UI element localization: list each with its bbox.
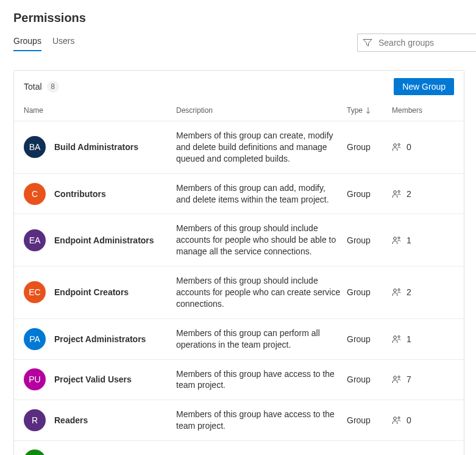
- members-count: 0: [407, 142, 411, 152]
- table-row[interactable]: C Contributors Members of this group can…: [14, 174, 464, 215]
- group-description: Members of this group can create, modify…: [176, 130, 347, 165]
- svg-point-8: [394, 335, 397, 339]
- group-description: Members of this group can perform all op…: [176, 328, 347, 351]
- avatar: C: [24, 183, 46, 205]
- new-group-button[interactable]: New Group: [394, 78, 454, 95]
- group-members: 2: [392, 189, 465, 199]
- avatar: R: [24, 409, 46, 431]
- group-description: Members of this group can add, modify, a…: [176, 182, 347, 206]
- group-type: Group: [347, 287, 392, 297]
- members-count: 0: [407, 415, 411, 425]
- column-headers: Name Description Type Members: [14, 101, 464, 121]
- tab-users[interactable]: Users: [52, 34, 75, 51]
- group-name: Endpoint Administrators: [54, 235, 154, 245]
- column-header-members[interactable]: Members: [392, 106, 465, 115]
- table-row[interactable]: PU Project Valid Users Members of this g…: [14, 360, 464, 401]
- table-row[interactable]: R Readers Members of this group have acc…: [14, 400, 464, 441]
- group-members: 1: [392, 235, 465, 245]
- svg-point-1: [398, 144, 400, 146]
- group-type: Group: [347, 142, 392, 152]
- group-type: Group: [347, 415, 392, 425]
- members-count: 1: [407, 235, 411, 245]
- group-members: 0: [392, 142, 465, 152]
- table-row[interactable]: FT fabrikam Team The default project tea…: [14, 441, 464, 455]
- group-members: 2: [392, 287, 465, 297]
- group-type: Group: [347, 235, 392, 245]
- svg-point-10: [394, 376, 397, 379]
- group-description: Members of this group have access to the…: [176, 368, 347, 392]
- svg-point-13: [398, 417, 400, 419]
- group-name: Contributors: [54, 189, 106, 199]
- filter-icon: [363, 38, 372, 48]
- group-members: 1: [392, 334, 465, 344]
- members-count: 2: [407, 189, 411, 199]
- table-row[interactable]: EA Endpoint Administrators Members of th…: [14, 214, 464, 267]
- members-icon: [392, 375, 402, 384]
- members-icon: [392, 288, 402, 296]
- svg-point-0: [394, 144, 397, 147]
- column-header-type-label: Type: [347, 106, 363, 115]
- total-label: Total: [24, 82, 42, 91]
- members-count: 2: [407, 287, 411, 297]
- svg-point-11: [398, 376, 400, 378]
- avatar: FT: [24, 450, 46, 455]
- table-row[interactable]: BA Build Administrators Members of this …: [14, 121, 464, 174]
- svg-point-5: [398, 237, 400, 238]
- groups-panel: Total 8 New Group Name Description Type …: [13, 70, 464, 455]
- group-name: Project Administrators: [54, 334, 146, 344]
- column-header-type[interactable]: Type: [347, 106, 392, 115]
- group-type: Group: [347, 334, 392, 344]
- group-description: Members of this group have access to the…: [176, 409, 347, 432]
- svg-point-3: [398, 190, 400, 192]
- group-type: Group: [347, 189, 392, 199]
- members-icon: [392, 416, 402, 425]
- group-members: 7: [392, 374, 465, 384]
- group-description: Members of this group should include acc…: [176, 275, 347, 310]
- members-icon: [392, 143, 402, 151]
- group-name: Endpoint Creators: [54, 287, 129, 297]
- svg-point-2: [394, 190, 397, 193]
- group-name: Readers: [54, 415, 88, 425]
- avatar: EA: [24, 229, 46, 251]
- total-count-badge: 8: [47, 81, 59, 93]
- avatar: BA: [24, 136, 46, 158]
- tabs: Groups Users: [13, 34, 74, 51]
- members-count: 7: [407, 374, 411, 384]
- table-row[interactable]: EC Endpoint Creators Members of this gro…: [14, 267, 464, 319]
- group-name: Build Administrators: [54, 142, 138, 152]
- column-header-description[interactable]: Description: [176, 106, 347, 115]
- table-row[interactable]: PA Project Administrators Members of thi…: [14, 319, 464, 360]
- members-count: 1: [407, 334, 411, 344]
- svg-point-12: [394, 417, 397, 420]
- svg-point-9: [398, 335, 400, 337]
- sort-down-icon: [365, 107, 371, 114]
- members-icon: [392, 236, 402, 245]
- page-title: Permissions: [13, 11, 476, 25]
- avatar: PA: [24, 328, 46, 350]
- group-description: Members of this group should include acc…: [176, 223, 347, 257]
- tab-groups[interactable]: Groups: [13, 34, 41, 51]
- svg-point-4: [394, 237, 397, 240]
- svg-point-6: [394, 289, 397, 292]
- members-icon: [392, 190, 402, 198]
- group-members: 0: [392, 415, 465, 425]
- avatar: EC: [24, 281, 46, 303]
- group-type: Group: [347, 374, 392, 384]
- search-input[interactable]: [377, 37, 472, 48]
- group-name: Project Valid Users: [54, 374, 132, 384]
- members-icon: [392, 335, 402, 343]
- search-box[interactable]: [357, 34, 476, 52]
- avatar: PU: [24, 368, 46, 390]
- column-header-name[interactable]: Name: [24, 106, 176, 115]
- svg-point-7: [398, 289, 400, 291]
